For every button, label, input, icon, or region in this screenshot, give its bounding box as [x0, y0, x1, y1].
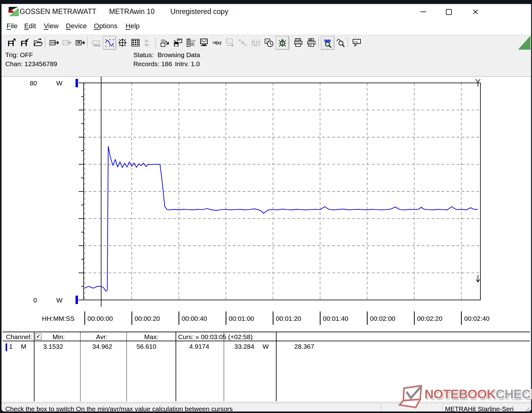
green-triangle-decoration [518, 36, 530, 50]
channel-setup-icon: 1247 [186, 38, 195, 47]
toolbar-monitor-view-button[interactable] [197, 36, 210, 49]
license-status-title: Unregistered copy [170, 7, 228, 16]
y-axis-max-label: 80 [30, 79, 37, 87]
toolbar-write-device-button[interactable]: 321 [61, 36, 73, 49]
toolbar-annotation-button[interactable]: 1/2 [350, 36, 363, 49]
print-icon [307, 38, 316, 47]
device-name: METRAHit Starline-Seri [445, 405, 514, 412]
power-chart: .grid{stroke:#8a8a8a;stroke-width:1.8;st… [3, 77, 530, 331]
save-export-icon [7, 38, 16, 47]
toolbar-digital-signals-button[interactable] [250, 36, 262, 49]
toolbar-save-config-button[interactable] [171, 36, 184, 49]
table-header-min: Min: [53, 333, 65, 341]
cursor2-marker-bottom[interactable] [476, 275, 480, 282]
statusbar-divider [443, 405, 444, 412]
toolbar-time-settings-button[interactable]: 12 [263, 36, 275, 49]
device-settings-icon: 321 [225, 38, 235, 47]
x-tick-label: 00:00:40 [182, 315, 207, 322]
cell-min-value: 3.1532 [43, 343, 63, 350]
x-tick-label: 00:00:00 [88, 315, 113, 322]
toolbar-print-button[interactable] [305, 36, 318, 49]
toolbar-analog-signals-button[interactable] [236, 36, 249, 49]
maximize-button[interactable] [442, 7, 456, 17]
table-divider [34, 332, 34, 401]
formula-icon: =f(x) [212, 38, 222, 47]
trigger-status: Trig: OFF [5, 51, 33, 59]
menu-edit[interactable]: Edit [24, 22, 36, 30]
y-axis-unit: W [56, 79, 62, 87]
cell-max-value: 56.610 [136, 343, 156, 350]
x-tick-label: 00:01:20 [276, 315, 301, 322]
table-header-max: Max: [144, 333, 158, 341]
menu-view[interactable]: View [44, 22, 58, 30]
toolbar-save-import-button[interactable] [18, 36, 31, 49]
close-icon [472, 9, 479, 15]
toolbar-device-settings-button[interactable]: 321 [223, 36, 236, 49]
svg-text:321: 321 [64, 41, 68, 44]
toolbar-save-export-button[interactable] [5, 36, 18, 49]
toolbar-export-data-button[interactable] [158, 36, 171, 49]
app-icon [8, 7, 19, 16]
read-device-icon: 321 [49, 38, 59, 47]
status-label: Status: [133, 51, 154, 59]
menu-file[interactable]: File [7, 22, 17, 30]
toolbar-histogram-view-button[interactable] [142, 36, 155, 49]
menu-help[interactable]: Help [126, 22, 140, 30]
toolbar-separator [289, 37, 291, 48]
toolbar-separator [87, 37, 89, 48]
close-button[interactable] [468, 7, 483, 17]
table-divider [126, 332, 127, 401]
table-view-icon [131, 38, 140, 47]
title-bar: GOSSEN METRAWATT METRAwin 10 Unregistere… [2, 4, 531, 19]
cursor-statistics-table: Channel: ✓ Min: Avr: Max: Curs: » 00:03:… [3, 332, 530, 401]
histogram-view-icon [144, 38, 153, 47]
table-divider [224, 332, 224, 401]
toolbar-table-view-button[interactable] [129, 36, 142, 49]
toolbar-scope-view-button[interactable] [116, 36, 129, 49]
toolbar-read-device-button[interactable]: 321 [48, 36, 60, 49]
records-count: Records: 186 [133, 60, 172, 68]
svg-text:321: 321 [227, 40, 231, 43]
statusbar-divider [381, 405, 382, 412]
x-tick-label: 00:00:20 [135, 315, 160, 322]
read-memory-icon: M [76, 38, 85, 47]
x-tick-label: 00:02:20 [417, 315, 443, 322]
cursor-calc-checkbox[interactable]: ✓ [35, 334, 41, 340]
desktop-background: GOSSEN METRAWATT METRAwin 10 Unregistere… [0, 0, 532, 413]
toolbar-print-preview-button[interactable] [292, 36, 305, 49]
menu-device[interactable]: Device [66, 22, 87, 30]
svg-text:321: 321 [51, 41, 55, 44]
x-axis-format-label: HH:MM:SS [42, 315, 75, 322]
cell-delta-value: 28.367 [294, 343, 314, 350]
print-preview-icon [294, 38, 303, 47]
toolbar-digital-display-button[interactable]: 1257 [90, 36, 103, 49]
cell-avr-value: 34.962 [92, 343, 112, 350]
toolbar-open-folder-button[interactable] [31, 36, 44, 49]
interval-value: Intrv. 1.0 [175, 60, 200, 68]
table-header-separator [3, 341, 530, 341]
chart-area: .grid{stroke:#8a8a8a;stroke-width:1.8;st… [3, 77, 530, 331]
app-name-title: METRAwin 10 [109, 7, 155, 16]
app-vendor-title: GOSSEN METRAWATT [20, 7, 96, 16]
scope-view-icon [118, 38, 127, 47]
digital-signals-icon [251, 38, 261, 47]
write-device-icon: 321 [62, 38, 72, 47]
resize-grip[interactable] [523, 406, 530, 412]
toolbar-waveform-view-button[interactable] [103, 36, 116, 50]
metrawin-window: GOSSEN METRAWATT METRAwin 10 Unregistere… [1, 4, 531, 412]
toolbar-read-memory-button[interactable]: M [74, 36, 86, 49]
toolbar-channel-setup-button[interactable]: 1247 [184, 36, 197, 49]
menu-options[interactable]: Options [94, 22, 117, 30]
zoom-out-icon [336, 38, 345, 47]
toolbar-formula-button[interactable]: =f(x) [210, 36, 223, 49]
toolbar: 321321M12571247=f(x)321121/2 [2, 35, 531, 50]
toolbar-zoom-in-button[interactable] [321, 36, 334, 50]
x-tick-label: 00:02:40 [464, 315, 490, 322]
toolbar-separator [319, 37, 320, 48]
toolbar-separator [156, 37, 157, 48]
svg-text:1247: 1247 [191, 39, 195, 42]
minimize-button[interactable] [416, 7, 430, 17]
cell-channel-unit: M [21, 343, 26, 350]
toolbar-debug-button[interactable] [276, 36, 289, 50]
toolbar-zoom-out-button[interactable] [334, 36, 347, 49]
